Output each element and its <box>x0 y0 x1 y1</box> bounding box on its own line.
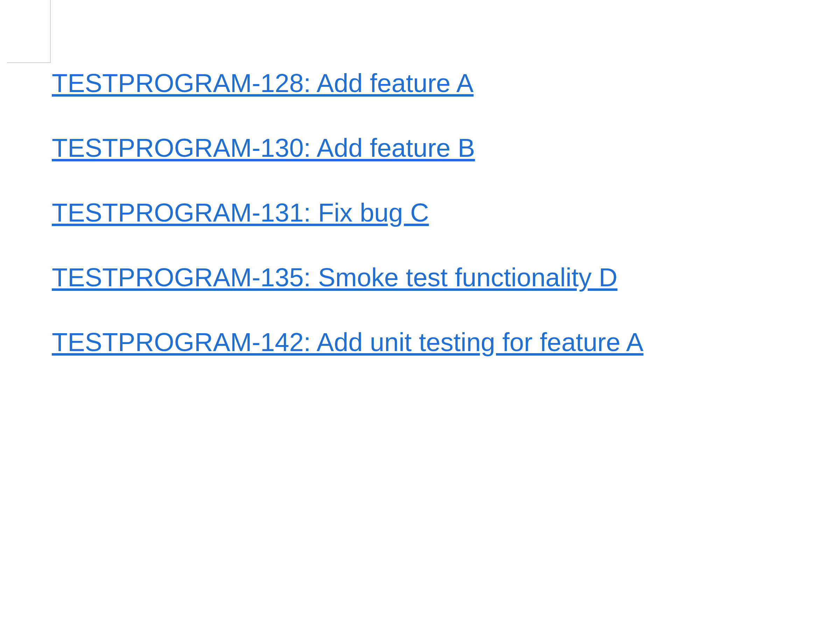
ticket-list: TESTPROGRAM-128: Add feature A TESTPROGR… <box>52 68 643 392</box>
ticket-link-131[interactable]: TESTPROGRAM-131: Fix bug C <box>52 198 643 227</box>
ticket-link-128[interactable]: TESTPROGRAM-128: Add feature A <box>52 68 643 98</box>
ticket-link-135[interactable]: TESTPROGRAM-135: Smoke test functionalit… <box>52 262 643 292</box>
table-cell-corner <box>7 0 51 63</box>
ticket-link-130[interactable]: TESTPROGRAM-130: Add feature B <box>52 133 643 163</box>
ticket-link-142[interactable]: TESTPROGRAM-142: Add unit testing for fe… <box>52 327 643 357</box>
